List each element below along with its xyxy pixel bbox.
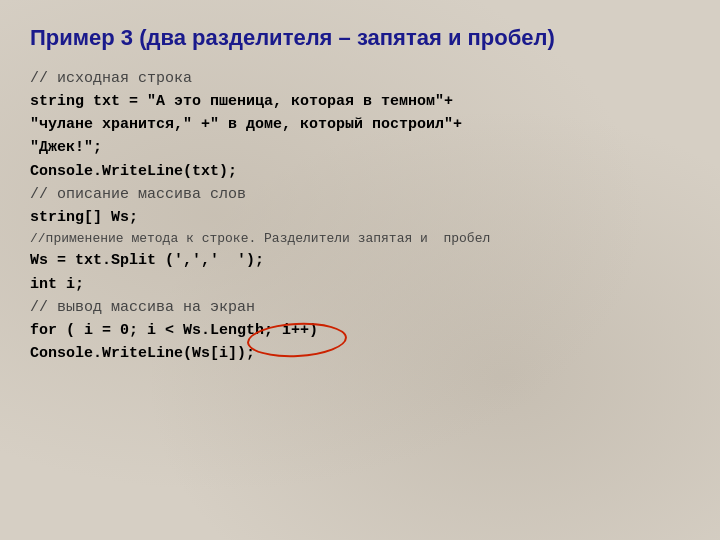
comment-line-4: // вывод массива на экран xyxy=(30,296,690,319)
code-line-3: "чулане хранится," +" в доме, который по… xyxy=(30,113,690,136)
code-line-4: "Джек!"; xyxy=(30,136,690,159)
code-line-12: for ( i = 0; i < Ws.Length; i++) xyxy=(30,319,690,342)
code-line-9: Ws = txt.Split (',',' '); xyxy=(30,249,690,272)
code-line-5: Console.WriteLine(txt); xyxy=(30,160,690,183)
slide-title: Пример 3 (два разделителя – запятая и пр… xyxy=(30,24,690,53)
code-block: // исходная строка string txt = "A это п… xyxy=(30,67,690,366)
comment-line-3: //применение метода к строке. Разделител… xyxy=(30,229,690,249)
code-line-10: int i; xyxy=(30,273,690,296)
code-line-7: string[] Ws; xyxy=(30,206,690,229)
code-line-2: string txt = "A это пшеница, которая в т… xyxy=(30,90,690,113)
comment-line-1: // исходная строка xyxy=(30,67,690,90)
page-container: Пример 3 (два разделителя – запятая и пр… xyxy=(0,0,720,540)
code-line-13: Console.WriteLine(Ws[i]); xyxy=(30,342,690,365)
comment-line-2: // описание массива слов xyxy=(30,183,690,206)
